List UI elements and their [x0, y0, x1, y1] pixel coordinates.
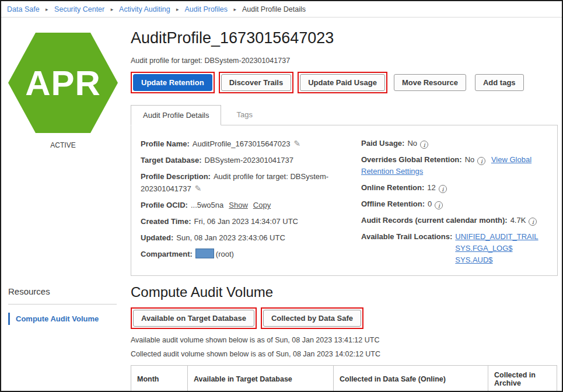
- action-buttons-row: Update Retention Discover Trails Update …: [131, 72, 558, 93]
- collected-by-data-safe-button[interactable]: Collected by Data Safe: [263, 310, 361, 327]
- ocid-copy-link[interactable]: Copy: [253, 201, 271, 209]
- updated-label: Updated:: [141, 233, 173, 242]
- ocid-show-link[interactable]: Show: [229, 201, 248, 209]
- breadcrumb-link-audit-profiles[interactable]: Audit Profiles: [184, 5, 228, 13]
- updated-row: Updated:Sun, 08 Jan 2023 23:43:06 UTC: [141, 232, 361, 244]
- audit-profile-details-panel: Profile Name:AuditProfile_1673015647023✎…: [131, 125, 558, 276]
- profile-name-value: AuditProfile_1673015647023: [193, 139, 291, 148]
- compartment-value: (root): [216, 250, 234, 258]
- info-icon[interactable]: i: [477, 157, 485, 165]
- page-title: AuditProfile_1673015647023: [131, 29, 558, 47]
- edit-pencil-icon[interactable]: ✎: [294, 139, 301, 148]
- overrides-global-retention-row: Overrides Global Retention:Noi View Glob…: [361, 154, 548, 177]
- tab-tags[interactable]: Tags: [221, 105, 267, 125]
- breadcrumb-current: Audit Profile Details: [242, 5, 306, 13]
- profile-name-label: Profile Name:: [141, 139, 190, 148]
- compute-audit-volume-section: Compute Audit Volume Available on Target…: [125, 284, 562, 392]
- move-resource-button[interactable]: Move Resource: [394, 74, 466, 91]
- offline-retention-label: Offline Retention:: [361, 200, 425, 208]
- trail-links-list: UNIFIED_AUDIT_TRAIL SYS.FGA_LOG$ SYS.AUD…: [455, 231, 538, 266]
- profile-description-label: Profile Description:: [141, 172, 211, 181]
- move-resource-wrapper: Move Resource: [391, 72, 468, 93]
- resources-heading: Resources: [8, 284, 125, 296]
- info-icon[interactable]: i: [420, 141, 428, 149]
- tab-bar: Audit Profile Details Tags: [131, 105, 558, 125]
- created-time-label: Created Time:: [141, 217, 191, 226]
- breadcrumb-separator-icon: ▸: [46, 6, 48, 12]
- main-column: AuditProfile_1673015647023 Audit profile…: [125, 18, 562, 276]
- update-paid-usage-button[interactable]: Update Paid Usage: [300, 74, 385, 91]
- highlight-box-available-on-target: Available on Target Database: [131, 307, 257, 329]
- target-database-row: Target Database:DBSystem-202301041737: [141, 155, 361, 166]
- available-trail-locations-row: Available Trail Locations: UNIFIED_AUDIT…: [361, 231, 548, 266]
- breadcrumb-link-activity-auditing[interactable]: Activity Auditing: [119, 5, 170, 13]
- available-on-target-database-button[interactable]: Available on Target Database: [133, 310, 254, 327]
- sys-aud-link[interactable]: SYS.AUD$: [455, 254, 538, 266]
- paid-usage-label: Paid Usage:: [361, 139, 404, 148]
- paid-usage-value: No: [407, 139, 417, 148]
- tab-audit-profile-details[interactable]: Audit Profile Details: [131, 105, 221, 125]
- overrides-global-retention-label: Overrides Global Retention:: [361, 155, 462, 164]
- resources-sidebar: Resources Compute Audit Volume: [1, 284, 125, 392]
- overrides-global-retention-value: No: [465, 155, 475, 164]
- audit-records-value: 4.7K: [510, 216, 526, 225]
- paid-usage-row: Paid Usage:Noi: [361, 138, 548, 149]
- column-header-collected-archive: Collected in Archive: [488, 366, 557, 392]
- breadcrumb-link-security-center[interactable]: Security Center: [54, 5, 104, 13]
- details-right-column: Paid Usage:Noi Overrides Global Retentio…: [361, 138, 548, 271]
- profile-name-row: Profile Name:AuditProfile_1673015647023✎: [141, 138, 361, 150]
- sidebar-item-compute-audit-volume[interactable]: Compute Audit Volume: [8, 313, 125, 325]
- resource-badge-column: APR ACTIVE: [1, 18, 125, 276]
- audit-profile-details-page: Data Safe ▸ Security Center ▸ Activity A…: [0, 0, 563, 392]
- column-header-available-target: Available in Target Database: [188, 366, 334, 392]
- breadcrumb-link-data-safe[interactable]: Data Safe: [7, 5, 40, 13]
- updated-value: Sun, 08 Jan 2023 23:43:06 UTC: [176, 233, 285, 242]
- discover-trails-button[interactable]: Discover Trails: [221, 74, 292, 91]
- status-badge: ACTIVE: [50, 141, 75, 149]
- column-header-collected-online: Collected in Data Safe (Online): [334, 366, 488, 392]
- profile-description-row: Profile Description:Audit profile for ta…: [141, 171, 361, 195]
- update-retention-button[interactable]: Update Retention: [133, 74, 212, 91]
- audit-records-label: Audit Records (current calendar month):: [361, 216, 508, 225]
- highlight-box-collected-by-data-safe: Collected by Data Safe: [261, 307, 363, 329]
- table-header-row: Month Available in Target Database Colle…: [131, 366, 557, 392]
- lower-section: Resources Compute Audit Volume Compute A…: [1, 284, 562, 392]
- details-left-column: Profile Name:AuditProfile_1673015647023✎…: [141, 138, 361, 271]
- created-time-value: Fri, 06 Jan 2023 14:34:07 UTC: [194, 217, 298, 226]
- edit-pencil-icon[interactable]: ✎: [195, 184, 202, 193]
- profile-ocid-value: ...5wo5na: [191, 201, 223, 209]
- compartment-redaction-box: [195, 249, 214, 258]
- highlight-box-discover-trails: Discover Trails: [219, 72, 294, 93]
- highlight-box-update-paid-usage: Update Paid Usage: [298, 72, 387, 93]
- column-header-month: Month: [131, 366, 188, 392]
- online-retention-value: 12: [427, 183, 435, 192]
- profile-ocid-row: Profile OCID:...5wo5naShowCopy: [141, 200, 361, 211]
- target-database-label: Target Database:: [141, 156, 202, 164]
- breadcrumb: Data Safe ▸ Security Center ▸ Activity A…: [1, 1, 562, 18]
- info-icon[interactable]: i: [529, 218, 537, 226]
- page-subtitle: Audit profile for target: DBSystem-20230…: [131, 57, 558, 65]
- hexagon-initials: APR: [25, 63, 101, 103]
- info-icon[interactable]: i: [439, 185, 447, 193]
- unified-audit-trail-link[interactable]: UNIFIED_AUDIT_TRAIL: [455, 231, 538, 243]
- compartment-label: Compartment:: [141, 250, 193, 258]
- info-icon[interactable]: i: [435, 201, 443, 209]
- highlight-box-update-retention: Update Retention: [131, 72, 215, 93]
- add-tags-button[interactable]: Add tags: [475, 74, 524, 91]
- collected-audit-volume-note: Collected audit volume shown below is as…: [131, 350, 558, 358]
- upper-section: APR ACTIVE AuditProfile_1673015647023 Au…: [1, 18, 562, 276]
- breadcrumb-separator-icon: ▸: [234, 6, 237, 12]
- sys-fga-log-link[interactable]: SYS.FGA_LOG$: [455, 243, 538, 254]
- breadcrumb-separator-icon: ▸: [176, 6, 179, 12]
- profile-ocid-label: Profile OCID:: [141, 201, 188, 209]
- breadcrumb-separator-icon: ▸: [111, 6, 114, 12]
- available-audit-volume-note: Available audit volume shown below is as…: [131, 336, 558, 344]
- audit-records-row: Audit Records (current calendar month):4…: [361, 215, 548, 226]
- audit-profile-hexagon-icon: APR: [8, 33, 118, 133]
- target-database-value: DBSystem-202301041737: [205, 156, 294, 164]
- online-retention-label: Online Retention:: [361, 183, 424, 192]
- compute-buttons-row: Available on Target Database Collected b…: [131, 307, 558, 329]
- audit-volume-table: Month Available in Target Database Colle…: [131, 365, 557, 392]
- offline-retention-row: Offline Retention:0i: [361, 198, 548, 210]
- created-time-row: Created Time:Fri, 06 Jan 2023 14:34:07 U…: [141, 216, 361, 228]
